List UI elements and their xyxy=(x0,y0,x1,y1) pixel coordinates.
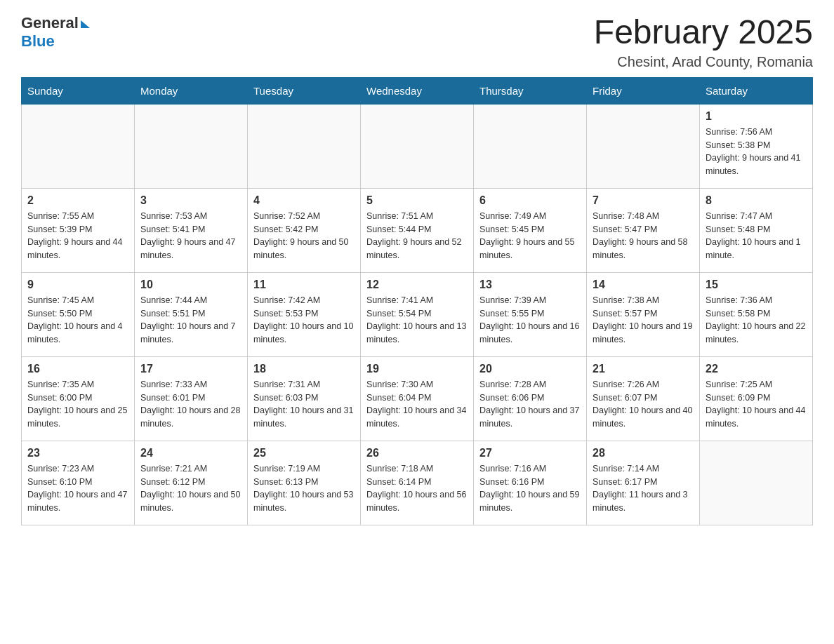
day-number: 11 xyxy=(253,279,355,291)
day-info: Sunrise: 7:42 AMSunset: 5:53 PMDaylight:… xyxy=(253,294,355,347)
day-info: Sunrise: 7:49 AMSunset: 5:45 PMDaylight:… xyxy=(479,210,581,262)
day-number: 16 xyxy=(27,363,128,375)
calendar-day-cell: 5Sunrise: 7:51 AMSunset: 5:44 PMDaylight… xyxy=(361,188,474,272)
calendar-day-cell: 3Sunrise: 7:53 AMSunset: 5:41 PMDaylight… xyxy=(135,188,248,272)
day-info: Sunrise: 7:30 AMSunset: 6:04 PMDaylight:… xyxy=(366,378,468,431)
calendar-day-cell: 15Sunrise: 7:36 AMSunset: 5:58 PMDayligh… xyxy=(700,272,813,356)
day-number: 21 xyxy=(593,363,694,375)
calendar-day-cell: 28Sunrise: 7:14 AMSunset: 6:17 PMDayligh… xyxy=(587,441,700,525)
day-of-week-header: Wednesday xyxy=(361,77,474,104)
day-number: 20 xyxy=(479,363,581,375)
calendar-day-cell: 23Sunrise: 7:23 AMSunset: 6:10 PMDayligh… xyxy=(22,441,135,525)
location-subtitle: Chesint, Arad County, Romania xyxy=(594,54,813,70)
calendar-day-cell xyxy=(587,104,700,188)
day-info: Sunrise: 7:35 AMSunset: 6:00 PMDaylight:… xyxy=(27,378,128,431)
calendar-day-cell: 1Sunrise: 7:56 AMSunset: 5:38 PMDaylight… xyxy=(700,104,813,188)
day-info: Sunrise: 7:21 AMSunset: 6:12 PMDaylight:… xyxy=(140,462,241,515)
day-info: Sunrise: 7:18 AMSunset: 6:14 PMDaylight:… xyxy=(366,462,468,515)
day-info: Sunrise: 7:28 AMSunset: 6:06 PMDaylight:… xyxy=(479,378,581,431)
day-number: 6 xyxy=(479,194,581,207)
calendar-day-cell: 27Sunrise: 7:16 AMSunset: 6:16 PMDayligh… xyxy=(474,441,587,525)
day-info: Sunrise: 7:52 AMSunset: 5:42 PMDaylight:… xyxy=(253,210,355,262)
day-info: Sunrise: 7:55 AMSunset: 5:39 PMDaylight:… xyxy=(27,210,128,262)
day-number: 5 xyxy=(366,194,468,207)
calendar-day-cell: 6Sunrise: 7:49 AMSunset: 5:45 PMDaylight… xyxy=(474,188,587,272)
calendar-day-cell: 25Sunrise: 7:19 AMSunset: 6:13 PMDayligh… xyxy=(248,441,361,525)
day-info: Sunrise: 7:56 AMSunset: 5:38 PMDaylight:… xyxy=(706,126,807,178)
day-info: Sunrise: 7:51 AMSunset: 5:44 PMDaylight:… xyxy=(366,210,468,262)
logo-blue-text: Blue xyxy=(21,32,55,51)
calendar-day-cell: 18Sunrise: 7:31 AMSunset: 6:03 PMDayligh… xyxy=(248,356,361,441)
day-number: 3 xyxy=(140,194,241,207)
day-of-week-header: Friday xyxy=(587,77,700,104)
calendar-day-cell xyxy=(361,104,474,188)
calendar-day-cell xyxy=(700,441,813,525)
calendar-day-cell: 9Sunrise: 7:45 AMSunset: 5:50 PMDaylight… xyxy=(22,272,135,356)
day-number: 28 xyxy=(593,447,694,459)
calendar-week-row: 1Sunrise: 7:56 AMSunset: 5:38 PMDaylight… xyxy=(22,104,813,188)
logo-arrow-icon xyxy=(81,20,90,28)
day-info: Sunrise: 7:25 AMSunset: 6:09 PMDaylight:… xyxy=(706,378,807,431)
day-number: 27 xyxy=(479,447,581,459)
calendar-week-row: 2Sunrise: 7:55 AMSunset: 5:39 PMDaylight… xyxy=(22,188,813,272)
day-of-week-header: Sunday xyxy=(22,77,135,104)
day-info: Sunrise: 7:23 AMSunset: 6:10 PMDaylight:… xyxy=(27,462,128,515)
calendar-day-cell: 7Sunrise: 7:48 AMSunset: 5:47 PMDaylight… xyxy=(587,188,700,272)
day-number: 26 xyxy=(366,447,468,459)
day-info: Sunrise: 7:48 AMSunset: 5:47 PMDaylight:… xyxy=(593,210,694,262)
day-number: 18 xyxy=(253,363,355,375)
calendar-day-cell xyxy=(22,104,135,188)
day-number: 13 xyxy=(479,279,581,291)
day-number: 2 xyxy=(27,194,128,207)
day-of-week-header: Monday xyxy=(135,77,248,104)
calendar-day-cell: 8Sunrise: 7:47 AMSunset: 5:48 PMDaylight… xyxy=(700,188,813,272)
day-number: 1 xyxy=(706,110,807,123)
page-header: General Blue February 2025 Chesint, Arad… xyxy=(21,14,813,70)
day-number: 4 xyxy=(253,194,355,207)
calendar-header-row: SundayMondayTuesdayWednesdayThursdayFrid… xyxy=(22,77,813,104)
day-info: Sunrise: 7:53 AMSunset: 5:41 PMDaylight:… xyxy=(140,210,241,262)
day-info: Sunrise: 7:44 AMSunset: 5:51 PMDaylight:… xyxy=(140,294,241,347)
calendar-day-cell: 12Sunrise: 7:41 AMSunset: 5:54 PMDayligh… xyxy=(361,272,474,356)
day-info: Sunrise: 7:39 AMSunset: 5:55 PMDaylight:… xyxy=(479,294,581,347)
calendar-day-cell xyxy=(248,104,361,188)
day-info: Sunrise: 7:16 AMSunset: 6:16 PMDaylight:… xyxy=(479,462,581,515)
calendar-day-cell: 21Sunrise: 7:26 AMSunset: 6:07 PMDayligh… xyxy=(587,356,700,441)
calendar-day-cell: 2Sunrise: 7:55 AMSunset: 5:39 PMDaylight… xyxy=(22,188,135,272)
day-of-week-header: Saturday xyxy=(700,77,813,104)
day-info: Sunrise: 7:41 AMSunset: 5:54 PMDaylight:… xyxy=(366,294,468,347)
day-info: Sunrise: 7:31 AMSunset: 6:03 PMDaylight:… xyxy=(253,378,355,431)
day-info: Sunrise: 7:45 AMSunset: 5:50 PMDaylight:… xyxy=(27,294,128,347)
day-number: 14 xyxy=(593,279,694,291)
calendar-day-cell xyxy=(474,104,587,188)
day-info: Sunrise: 7:14 AMSunset: 6:17 PMDaylight:… xyxy=(593,462,694,515)
calendar-day-cell: 10Sunrise: 7:44 AMSunset: 5:51 PMDayligh… xyxy=(135,272,248,356)
calendar-day-cell: 16Sunrise: 7:35 AMSunset: 6:00 PMDayligh… xyxy=(22,356,135,441)
calendar-day-cell: 22Sunrise: 7:25 AMSunset: 6:09 PMDayligh… xyxy=(700,356,813,441)
day-number: 24 xyxy=(140,447,241,459)
day-info: Sunrise: 7:47 AMSunset: 5:48 PMDaylight:… xyxy=(706,210,807,262)
day-number: 25 xyxy=(253,447,355,459)
title-section: February 2025 Chesint, Arad County, Roma… xyxy=(594,14,813,70)
calendar-day-cell: 11Sunrise: 7:42 AMSunset: 5:53 PMDayligh… xyxy=(248,272,361,356)
calendar-week-row: 23Sunrise: 7:23 AMSunset: 6:10 PMDayligh… xyxy=(22,441,813,525)
day-info: Sunrise: 7:36 AMSunset: 5:58 PMDaylight:… xyxy=(706,294,807,347)
day-info: Sunrise: 7:33 AMSunset: 6:01 PMDaylight:… xyxy=(140,378,241,431)
day-info: Sunrise: 7:26 AMSunset: 6:07 PMDaylight:… xyxy=(593,378,694,431)
calendar-day-cell: 24Sunrise: 7:21 AMSunset: 6:12 PMDayligh… xyxy=(135,441,248,525)
logo: General Blue xyxy=(21,14,90,51)
calendar-day-cell: 19Sunrise: 7:30 AMSunset: 6:04 PMDayligh… xyxy=(361,356,474,441)
logo-general-text: General xyxy=(21,14,79,32)
day-number: 22 xyxy=(706,363,807,375)
day-of-week-header: Tuesday xyxy=(248,77,361,104)
calendar-week-row: 16Sunrise: 7:35 AMSunset: 6:00 PMDayligh… xyxy=(22,356,813,441)
day-number: 10 xyxy=(140,279,241,291)
day-number: 7 xyxy=(593,194,694,207)
month-year-title: February 2025 xyxy=(594,14,813,51)
calendar-day-cell: 26Sunrise: 7:18 AMSunset: 6:14 PMDayligh… xyxy=(361,441,474,525)
calendar-day-cell: 14Sunrise: 7:38 AMSunset: 5:57 PMDayligh… xyxy=(587,272,700,356)
day-number: 12 xyxy=(366,279,468,291)
calendar-day-cell: 4Sunrise: 7:52 AMSunset: 5:42 PMDaylight… xyxy=(248,188,361,272)
calendar-day-cell: 20Sunrise: 7:28 AMSunset: 6:06 PMDayligh… xyxy=(474,356,587,441)
day-number: 17 xyxy=(140,363,241,375)
